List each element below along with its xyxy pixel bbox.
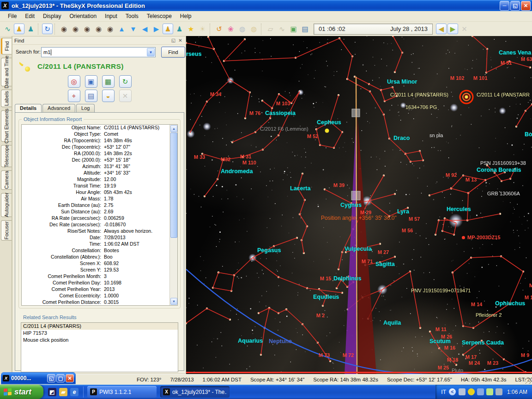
star-icon[interactable]: ★ xyxy=(186,24,196,34)
globe-icon-5[interactable]: ◉ xyxy=(105,24,115,34)
scroll-up-icon[interactable]: ▲ xyxy=(170,125,177,132)
show-photo-icon[interactable]: ▦ xyxy=(102,75,115,88)
report-row: Rise/Set Notes:Always above horizon. xyxy=(22,228,177,235)
browser-icon[interactable]: e xyxy=(70,388,79,396)
waveform-icon[interactable]: ∿ xyxy=(277,24,287,34)
sidetab-chart-elements[interactable]: Chart Elements xyxy=(1,110,12,142)
figure-teal-2-icon[interactable]: ♟ xyxy=(174,24,185,34)
figure-yellow-icon[interactable]: ♟ xyxy=(14,24,24,34)
minimize-button[interactable]: ─ xyxy=(500,1,509,11)
resize-grip[interactable] xyxy=(525,377,531,384)
menu-orientation[interactable]: Orientation xyxy=(65,12,101,21)
search-input[interactable]: m1 ▼ xyxy=(41,47,156,57)
related-result-item[interactable]: HIP 71573 xyxy=(21,330,178,337)
refresh-icon[interactable]: ↻ xyxy=(42,24,53,34)
menu-telescope[interactable]: Telescope xyxy=(143,12,176,21)
menu-edit[interactable]: Edit xyxy=(21,12,39,21)
related-result-item[interactable]: C/2011 L4 (PANSTARRS) xyxy=(21,323,178,330)
frame-photo-icon[interactable]: ▣ xyxy=(85,75,97,88)
flower-icon[interactable]: ❀ xyxy=(225,24,236,34)
minor-planet-dot xyxy=(462,236,465,239)
slew-telescope-icon[interactable]: ⌖ xyxy=(68,90,80,102)
arrow-left-icon[interactable]: ◀ xyxy=(139,24,150,34)
sidetab-find[interactable]: Find xyxy=(1,38,12,54)
folder-icon[interactable]: ▰ xyxy=(59,388,67,396)
taskbar-task[interactable]: PPWI3 1.1.2.1 xyxy=(87,386,157,398)
sidetab-labels[interactable]: Labels xyxy=(1,90,12,107)
sidetab-date-and-time[interactable]: Date and Time xyxy=(1,58,12,86)
arrow-down-icon[interactable]: ▼ xyxy=(128,24,139,34)
start-button[interactable]: start xyxy=(0,385,43,399)
globe-icon-4[interactable]: ◉ xyxy=(93,24,104,34)
leaf-icon[interactable] xyxy=(486,388,493,395)
report-row: Object Type:Comet xyxy=(22,131,177,138)
figure-teal-icon[interactable]: ♟ xyxy=(25,24,36,34)
tab-log[interactable]: Log xyxy=(76,104,95,112)
screenshot-icon[interactable]: ▤ xyxy=(300,24,310,34)
find-panel-header: Find ◱ ✕ xyxy=(12,36,186,45)
maximize-button[interactable]: ▢ xyxy=(56,374,65,382)
arrow-up-icon[interactable]: ▲ xyxy=(116,24,127,34)
sky-label: M32 xyxy=(221,157,230,162)
swoosh-icon[interactable]: ∿ xyxy=(2,24,13,34)
sidetab-focuser[interactable]: Focuser xyxy=(1,220,12,241)
sky-label: PNV J19150199+0719471 xyxy=(411,288,471,293)
restore-button[interactable]: ◱ xyxy=(510,1,520,11)
menu-tools[interactable]: Tools xyxy=(121,12,143,21)
close-button[interactable]: ✕ xyxy=(521,1,531,11)
globe-icon-1[interactable]: ◉ xyxy=(59,24,69,34)
scroll-down-icon[interactable]: ▼ xyxy=(170,298,177,305)
related-result-item[interactable]: Mouse click position xyxy=(21,337,178,344)
report-row: Magnitude:12.00 xyxy=(22,176,177,183)
time-display[interactable]: 01 :06 :02July 28 , 2013 xyxy=(314,24,433,35)
sky-label: M 92 xyxy=(446,173,457,178)
close-panel-icon[interactable]: ✕ xyxy=(177,38,184,43)
scrollbar-thumb[interactable] xyxy=(170,133,177,238)
language-indicator[interactable]: IT xyxy=(441,389,446,395)
sky-chart[interactable]: rseusCassiopeiaCepheusAndromedaLacertaCy… xyxy=(186,36,532,374)
center-target-icon[interactable]: ◎ xyxy=(68,75,80,88)
tab-advanced[interactable]: Advanced xyxy=(42,104,75,112)
chevron-down-icon[interactable]: ▼ xyxy=(147,48,155,56)
arrow-right-icon[interactable]: ▶ xyxy=(151,24,162,34)
lock-icon[interactable]: ◒ xyxy=(102,90,115,102)
camera-icon[interactable] xyxy=(496,388,502,395)
menu-help[interactable]: Help xyxy=(176,12,196,21)
plugin-icon[interactable] xyxy=(477,388,484,395)
globe-icon-2[interactable]: ◉ xyxy=(70,24,81,34)
menu-file[interactable]: File xyxy=(4,12,21,21)
undo-icon[interactable]: ↺ xyxy=(214,24,224,34)
add-orbit-icon[interactable]: ↻ xyxy=(119,75,132,88)
bell-blue-icon[interactable]: ◍ xyxy=(237,24,248,34)
bell-yellow-icon[interactable]: ◍ xyxy=(248,24,259,34)
globe-icon-3[interactable]: ◉ xyxy=(82,24,92,34)
tag-icon[interactable]: ▱ xyxy=(265,24,276,34)
restore-button[interactable]: ◱ xyxy=(47,374,55,382)
menu-input[interactable]: Input xyxy=(101,12,121,21)
time-step-icon[interactable]: ◀ xyxy=(436,24,447,34)
copy-report-icon[interactable]: ▤ xyxy=(85,90,97,102)
related-results-list[interactable]: C/2011 L4 (PANSTARRS)HIP 71573Mouse clic… xyxy=(21,322,178,372)
scrollbar[interactable]: ▲ ▼ xyxy=(169,125,177,305)
remove-icon[interactable]: ✕ xyxy=(119,90,132,102)
object-information-list[interactable]: Object Name:C/2011 L4 (PANSTARRS)Object … xyxy=(21,124,178,306)
taskbar-task[interactable]: Xok_12july2013* - The... xyxy=(160,386,230,398)
app-shortcut-icon[interactable]: ◩ xyxy=(48,388,56,396)
float-window-icon[interactable]: ◱ xyxy=(170,38,177,43)
tab-details[interactable]: Details xyxy=(15,104,42,113)
close-button[interactable]: ✕ xyxy=(66,374,74,382)
figure-yellow-2-icon[interactable]: ♟ xyxy=(163,24,173,34)
display-icon[interactable] xyxy=(459,388,466,395)
stop-time-icon[interactable]: ✕ xyxy=(459,24,470,34)
time-advance-icon[interactable]: ▶ xyxy=(447,24,458,34)
minimized-window[interactable]: X 00000... ◱ ▢ ✕ xyxy=(1,372,76,384)
find-button[interactable]: Find xyxy=(161,47,185,58)
menu-display[interactable]: Display xyxy=(39,12,65,21)
sun-icon[interactable]: ☀ xyxy=(197,24,208,34)
sidetab-autoguider[interactable]: Autoguider xyxy=(1,193,12,217)
sidetab-camera[interactable]: Camera xyxy=(1,170,12,190)
sidetab-telescope[interactable]: Telescope xyxy=(1,145,12,167)
chevron-left-icon[interactable]: < xyxy=(449,388,456,395)
eye-icon[interactable] xyxy=(468,388,475,395)
frame-icon[interactable]: ▣ xyxy=(288,24,299,34)
